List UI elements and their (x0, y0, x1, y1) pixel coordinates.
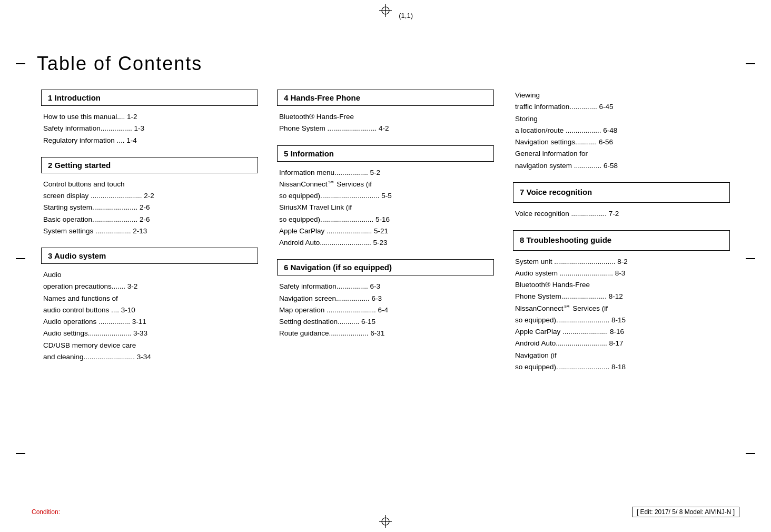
section-8-entry-3: Phone System....................... 8-12 (513, 291, 730, 302)
section-6-block: 6 Navigation (if so equipped) Safety inf… (277, 259, 494, 339)
section-8-entry-2: Bluetooth® Hands-Free (513, 279, 730, 291)
column-3: Viewing traffic information.............… (503, 90, 739, 383)
section-5-header: 5 Information (277, 145, 494, 162)
section-3-entry-5: Audio settings...................... 3-3… (41, 328, 258, 339)
footer-edit: [ Edit: 2017/ 5/ 8 Model: AIVINJ-N ] (632, 507, 739, 517)
section-3-header: 3 Audio system (41, 248, 258, 264)
section-8-block: 8 Troubleshooting guide System unit ....… (513, 230, 730, 373)
section-6b-entry-4: Navigation settings........... 6-56 (513, 136, 730, 148)
section-8-entry-5: so equipped)........................... … (513, 314, 730, 326)
section-8-entry-6: Apple CarPlay ....................... 8-… (513, 326, 730, 338)
section-3-entry-0: Audio (41, 269, 258, 281)
section-8-entry-8: Navigation (if (513, 350, 730, 361)
section-6-header: 6 Navigation (if so equipped) (277, 259, 494, 275)
section-6-entry-1: Navigation screen................. 6-3 (277, 293, 494, 304)
section-6b-entry-2: Storing (513, 113, 730, 125)
section-1-entry-0: How to use this manual.... 1-2 (41, 111, 258, 123)
section-3-entry-3: audio control buttons .... 3-10 (41, 304, 258, 316)
page-title: Table of Contents (32, 53, 739, 75)
section-2-block: 2 Getting started Control buttons and to… (41, 157, 258, 237)
section-7-entry-0: Voice recognition .................. 7-2 (513, 208, 730, 220)
page-container: Table of Contents 1 Introduction How to … (0, 0, 771, 532)
section-5-entry-0: Information menu................. 5-2 (277, 167, 494, 179)
section-1-block: 1 Introduction How to use this manual...… (41, 90, 258, 146)
column-1: 1 Introduction How to use this manual...… (32, 90, 268, 373)
section-3-entry-2: Names and functions of (41, 293, 258, 304)
section-8-entry-9: so equipped)........................... … (513, 361, 730, 373)
section-4-entry-0: Bluetooth® Hands-Free (277, 111, 494, 123)
section-6-entry-0: Safety information................ 6-3 (277, 281, 494, 292)
section-5-block: 5 Information Information menu..........… (277, 145, 494, 249)
section-4-block: 4 Hands-Free Phone Bluetooth® Hands-Free… (277, 90, 494, 135)
section-5-entry-1: NissanConnect℠ Services (if (277, 179, 494, 190)
section-8-entry-4: NissanConnect℠ Services (if (513, 303, 730, 314)
section-6-entry-2: Map operation ......................... … (277, 304, 494, 316)
section-3-block: 3 Audio system Audio operation precautio… (41, 248, 258, 363)
column-2: 4 Hands-Free Phone Bluetooth® Hands-Free… (268, 90, 503, 350)
section-6-entry-3: Setting destination........... 6-15 (277, 316, 494, 328)
section-5-entry-5: Apple CarPlay ....................... 5-… (277, 225, 494, 237)
section-8-header: 8 Troubleshooting guide (513, 230, 730, 251)
section-6b-block: Viewing traffic information.............… (513, 90, 730, 172)
section-3-entry-6: CD/USB memory device care (41, 340, 258, 351)
section-6b-entry-0: Viewing (513, 90, 730, 101)
footer-condition: Condition: (32, 508, 60, 516)
section-2-entry-2: Starting system....................... 2… (41, 202, 258, 213)
section-1-header: 1 Introduction (41, 90, 258, 106)
section-2-entry-0: Control buttons and touch (41, 179, 258, 190)
footer: Condition: [ Edit: 2017/ 5/ 8 Model: AIV… (32, 507, 739, 517)
section-3-entry-1: operation precautions....... 3-2 (41, 281, 258, 292)
section-2-header: 2 Getting started (41, 157, 258, 173)
section-1-entry-1: Safety information................ 1-3 (41, 123, 258, 134)
section-8-entry-1: Audio system ...........................… (513, 268, 730, 279)
section-6b-entry-6: navigation system .............. 6-58 (513, 160, 730, 172)
section-2-entry-4: System settings .................. 2-13 (41, 225, 258, 237)
section-7-header: 7 Voice recognition (513, 182, 730, 203)
section-5-entry-2: so equipped)............................… (277, 190, 494, 202)
section-3-entry-4: Audio operations ................ 3-11 (41, 316, 258, 328)
section-8-entry-0: System unit ............................… (513, 256, 730, 268)
section-1-entry-2: Regulatory information .... 1-4 (41, 135, 258, 146)
section-5-entry-4: so equipped)........................... … (277, 214, 494, 225)
section-5-entry-6: Android Auto.......................... 5… (277, 237, 494, 249)
section-6-entry-4: Route guidance.................... 6-31 (277, 328, 494, 339)
section-6b-entry-1: traffic information.............. 6-45 (513, 101, 730, 113)
section-4-header: 4 Hands-Free Phone (277, 90, 494, 106)
section-6b-entry-5: General information for (513, 148, 730, 160)
toc-columns: 1 Introduction How to use this manual...… (32, 90, 739, 383)
section-8-entry-7: Android Auto.......................... 8… (513, 338, 730, 349)
section-4-entry-1: Phone System ......................... 4… (277, 123, 494, 134)
section-2-entry-3: Basic operation....................... 2… (41, 214, 258, 225)
section-6b-entry-3: a location/route .................. 6-48 (513, 125, 730, 136)
section-5-entry-3: SiriusXM Travel Link (if (277, 202, 494, 213)
section-2-entry-1: screen display .........................… (41, 190, 258, 202)
section-7-block: 7 Voice recognition Voice recognition ..… (513, 182, 730, 220)
section-3-entry-7: and cleaning.......................... 3… (41, 351, 258, 363)
